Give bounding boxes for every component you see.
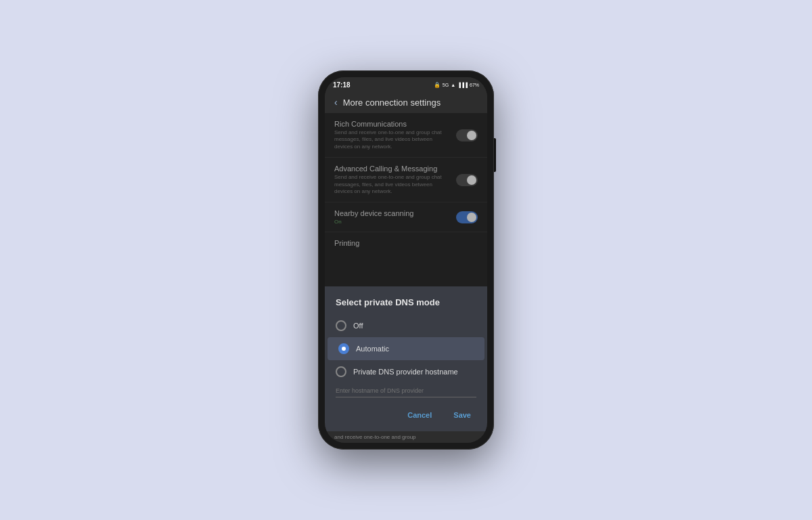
dns-radio-hostname[interactable] [336, 366, 346, 377]
dns-radio-automatic[interactable] [338, 343, 349, 354]
bottom-partial-text: and receive one-to-one and group [325, 431, 487, 443]
status-signal-bars: ▐▐▐ [457, 83, 468, 87]
dns-option-automatic-label: Automatic [356, 345, 389, 353]
phone-container: 17:18 🔒 5G ▲ ▐▐▐ 67% ‹ More connection s… [318, 70, 494, 450]
status-network-icon: 5G [443, 83, 449, 87]
phone-screen: 17:18 🔒 5G ▲ ▐▐▐ 67% ‹ More connection s… [325, 77, 487, 443]
status-wifi-icon: ▲ [451, 83, 455, 87]
status-bar: 17:18 🔒 5G ▲ ▐▐▐ 67% [325, 77, 487, 91]
dns-option-off-label: Off [353, 322, 363, 330]
status-signal-icon: 🔒 [434, 82, 441, 88]
dialog-buttons: Cancel Save [325, 403, 487, 431]
settings-list: Rich Communications Send and receive one… [325, 113, 487, 431]
dns-option-hostname-label: Private DNS provider hostname [353, 368, 458, 376]
dns-hostname-input[interactable] [336, 385, 476, 397]
dns-option-hostname[interactable]: Private DNS provider hostname [325, 360, 487, 383]
dns-radio-off[interactable] [336, 320, 346, 331]
page-title: More connection settings [343, 98, 441, 108]
dns-option-off[interactable]: Off [325, 314, 487, 337]
status-battery: 67% [470, 83, 479, 87]
status-time: 17:18 [333, 81, 351, 89]
dialog-title: Select private DNS mode [325, 286, 487, 314]
dialog-overlay: Select private DNS mode Off Automatic [325, 113, 487, 431]
private-dns-dialog: Select private DNS mode Off Automatic [325, 286, 487, 431]
back-arrow-icon[interactable]: ‹ [334, 97, 338, 108]
dns-option-automatic[interactable]: Automatic [328, 337, 484, 360]
cancel-button[interactable]: Cancel [402, 408, 437, 422]
save-button[interactable]: Save [448, 408, 476, 422]
nav-bar: ‹ More connection settings [325, 91, 487, 113]
status-icons: 🔒 5G ▲ ▐▐▐ 67% [434, 82, 479, 88]
